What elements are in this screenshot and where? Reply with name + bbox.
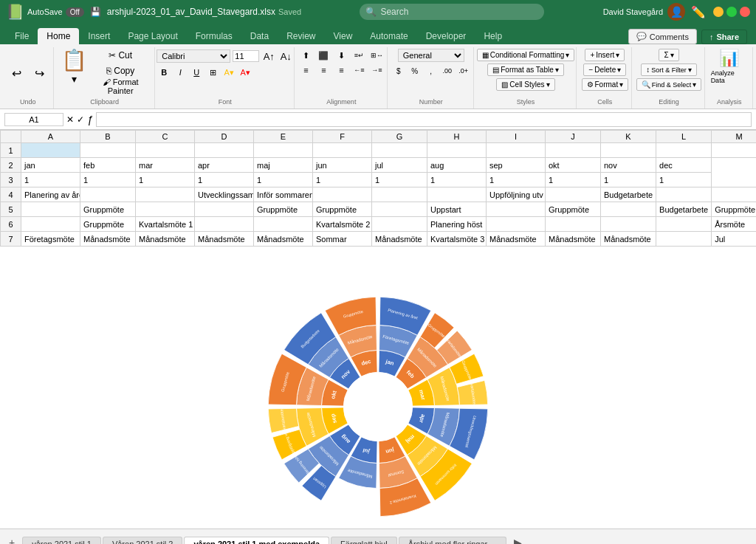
- cell-r7c8[interactable]: Kvartalsmöte 3: [427, 232, 487, 247]
- copy-button[interactable]: ⎘ Copy: [92, 64, 150, 78]
- cell-r4c8[interactable]: [427, 187, 487, 202]
- cell-r4c13[interactable]: [712, 187, 756, 202]
- sheet-container[interactable]: A B C D E F G H I J K L M 12janfebmarapr…: [0, 130, 756, 278]
- cell-r4c1[interactable]: Planering av året: [21, 187, 80, 202]
- currency-button[interactable]: $: [391, 63, 406, 78]
- col-header-i[interactable]: I: [487, 131, 546, 143]
- underline-button[interactable]: U: [189, 65, 204, 80]
- cell-r1c2[interactable]: [80, 143, 136, 158]
- tab-automate[interactable]: Automate: [361, 28, 416, 44]
- align-left-button[interactable]: ≡: [298, 63, 314, 77]
- cell-r5c11[interactable]: [601, 202, 656, 217]
- cell-r4c5[interactable]: Inför sommaren: [254, 187, 313, 202]
- comments-button[interactable]: 💬 Comments: [628, 29, 697, 44]
- formula-input[interactable]: [96, 112, 752, 127]
- insert-cells-button[interactable]: + Insert ▾: [585, 49, 625, 61]
- cell-r4c9[interactable]: Uppföljning utv: [487, 187, 546, 202]
- tab-developer[interactable]: Developer: [417, 28, 475, 44]
- minimize-button[interactable]: [713, 7, 724, 17]
- format-as-table-button[interactable]: ▤ Format as Table ▾: [487, 63, 564, 76]
- align-top-button[interactable]: ⬆: [298, 49, 314, 62]
- tab-home[interactable]: Home: [38, 28, 79, 44]
- decrease-decimal-button[interactable]: .00: [440, 63, 455, 78]
- cell-reference-input[interactable]: [4, 113, 63, 126]
- cell-r6c12[interactable]: [656, 217, 712, 232]
- sheet-tab-2[interactable]: våren 2021 stil 1 med exempelda: [184, 537, 329, 544]
- cell-r6c2[interactable]: Gruppmöte: [80, 217, 136, 232]
- cell-r1c13[interactable]: [712, 143, 756, 158]
- cell-r6c5[interactable]: [254, 217, 313, 232]
- cell-r7c5[interactable]: Månadsmöte: [254, 232, 313, 247]
- cell-r2c11[interactable]: nov: [601, 158, 656, 173]
- maximize-button[interactable]: [726, 7, 737, 17]
- cell-r2c6[interactable]: jun: [313, 158, 372, 173]
- cell-r7c2[interactable]: Månadsmöte: [80, 232, 136, 247]
- function-wizard-button[interactable]: ƒ: [87, 114, 93, 125]
- cell-r5c9[interactable]: [487, 202, 546, 217]
- tab-formulas[interactable]: Formulas: [187, 28, 241, 44]
- cell-r6c3[interactable]: Kvartalsmöte 1: [136, 217, 195, 232]
- cell-r2c5[interactable]: maj: [254, 158, 313, 173]
- sheet-tab-1[interactable]: Våren 2021 stil 2: [103, 537, 183, 544]
- cell-r3c9[interactable]: 1: [487, 173, 546, 187]
- cell-r6c9[interactable]: [487, 217, 546, 232]
- cell-r3c3[interactable]: 1: [136, 173, 195, 187]
- row-header-6[interactable]: 6: [1, 217, 21, 232]
- cell-r7c1[interactable]: Företagsmöte: [21, 232, 80, 247]
- cell-r3c4[interactable]: 1: [195, 173, 254, 187]
- cell-r5c13[interactable]: Gruppmöte: [712, 202, 756, 217]
- paste-options-button[interactable]: ▾: [66, 72, 81, 86]
- cell-r1c3[interactable]: [136, 143, 195, 158]
- col-header-c[interactable]: C: [136, 131, 195, 143]
- cell-r3c12[interactable]: 1: [656, 173, 712, 187]
- sheet-tab-3[interactable]: Färgglatt hjul: [331, 537, 397, 544]
- close-button[interactable]: [740, 7, 750, 17]
- align-middle-button[interactable]: ⬛: [315, 49, 331, 62]
- border-button[interactable]: ⊞: [205, 65, 220, 80]
- cell-r3c6[interactable]: 1: [313, 173, 372, 187]
- row-header-5[interactable]: 5: [1, 202, 21, 217]
- row-header-3[interactable]: 3: [1, 173, 21, 187]
- cell-r7c13[interactable]: Jul: [712, 232, 756, 247]
- wrap-text-button[interactable]: ≡↵: [351, 49, 367, 62]
- cell-r5c2[interactable]: Gruppmöte: [80, 202, 136, 217]
- percent-button[interactable]: %: [408, 63, 422, 78]
- cell-styles-button[interactable]: ▨ Cell Styles ▾: [496, 78, 554, 91]
- cell-r6c6[interactable]: Kvartalsmöte 2: [313, 217, 372, 232]
- decrease-indent-button[interactable]: ←≡: [351, 63, 367, 77]
- cell-r1c8[interactable]: [427, 143, 487, 158]
- cell-r3c5[interactable]: 1: [254, 173, 313, 187]
- cell-r2c9[interactable]: sep: [487, 158, 546, 173]
- merge-button[interactable]: ⊞↔: [368, 49, 385, 62]
- cell-r3c10[interactable]: 1: [546, 173, 601, 187]
- cell-r4c2[interactable]: [80, 187, 136, 202]
- align-right-button[interactable]: ≡: [333, 63, 349, 77]
- col-header-e[interactable]: E: [254, 131, 313, 143]
- cell-r1c11[interactable]: [601, 143, 656, 158]
- sort-filter-button[interactable]: ↕ Sort & Filter ▾: [641, 63, 697, 76]
- sheet-tab-4[interactable]: Årshjul med fler ringar ...: [399, 537, 506, 544]
- sheet-nav-right[interactable]: ▶: [508, 534, 528, 544]
- cell-r4c4[interactable]: Utvecklingssamtal: [195, 187, 254, 202]
- align-bottom-button[interactable]: ⬇: [333, 49, 349, 62]
- search-area[interactable]: 🔍: [360, 4, 544, 20]
- cut-button[interactable]: ✂ Cut: [92, 49, 150, 62]
- col-header-f[interactable]: F: [313, 131, 372, 143]
- cell-r2c8[interactable]: aug: [427, 158, 487, 173]
- col-header-m[interactable]: M: [712, 131, 756, 143]
- tab-page-layout[interactable]: Page Layout: [119, 28, 186, 44]
- search-input[interactable]: [360, 4, 544, 20]
- cell-r3c1[interactable]: 1: [21, 173, 80, 187]
- col-header-j[interactable]: J: [546, 131, 601, 143]
- cell-r7c7[interactable]: Månadsmöte: [372, 232, 427, 247]
- add-sheet-button[interactable]: +: [3, 534, 21, 544]
- tab-view[interactable]: View: [325, 28, 362, 44]
- col-header-h[interactable]: H: [427, 131, 487, 143]
- cell-r2c2[interactable]: feb: [80, 158, 136, 173]
- bold-button[interactable]: B: [157, 65, 171, 80]
- cell-r7c9[interactable]: Månadsmöte: [487, 232, 546, 247]
- cell-r2c1[interactable]: jan: [21, 158, 80, 173]
- cell-r5c5[interactable]: Gruppmöte: [254, 202, 313, 217]
- cell-r4c6[interactable]: [313, 187, 372, 202]
- delete-cells-button[interactable]: − Delete ▾: [583, 63, 626, 76]
